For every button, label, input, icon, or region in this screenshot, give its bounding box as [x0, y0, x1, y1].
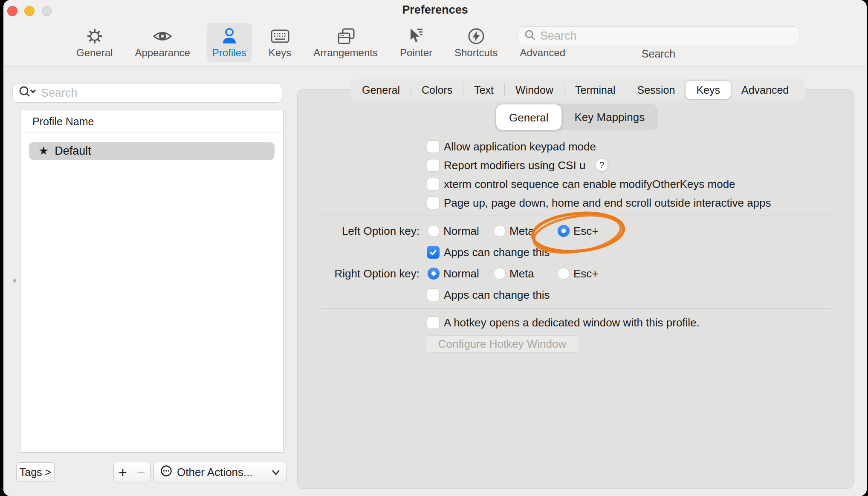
tab-window[interactable]: Window [505, 81, 564, 99]
preferences-toolbar: General Appearance Profiles Keys Arrange… [71, 23, 571, 62]
tab-text[interactable]: Text [463, 81, 504, 99]
profile-section-tabs: General Colors Text Window Terminal Sess… [350, 79, 805, 101]
section-divider [321, 216, 831, 216]
toolbar-item-label: General [76, 47, 113, 59]
help-icon[interactable]: ? [595, 159, 608, 172]
toolbar-item-label: Arrangements [313, 47, 378, 59]
row-left-apps-can-change: Apps can change this [321, 245, 833, 260]
toolbar-search: Search [518, 26, 799, 60]
tab-general[interactable]: General [351, 81, 411, 99]
ellipsis-circle-icon [160, 464, 173, 480]
toolbar-item-label: Profiles [212, 47, 246, 59]
radio-right-esc[interactable] [558, 268, 570, 280]
tab-colors[interactable]: Colors [411, 81, 463, 99]
toolbar-item-appearance[interactable]: Appearance [129, 23, 195, 62]
profile-row-default[interactable]: ★ Default [29, 142, 275, 160]
search-icon [524, 29, 536, 43]
search-input[interactable] [540, 29, 793, 43]
row-csi-u: Report modifiers using CSI u ? [321, 158, 833, 173]
checkbox-scroll-outside[interactable] [427, 196, 440, 209]
profile-search-input[interactable] [41, 87, 277, 100]
tab-keys[interactable]: Keys [686, 81, 731, 99]
keyboard-icon [269, 26, 291, 46]
toolbar-item-arrangements[interactable]: Arrangements [308, 23, 383, 62]
row-right-option-key: Right Option key: Normal Meta Esc+ [321, 266, 833, 281]
toolbar-item-profiles[interactable]: Profiles [207, 23, 252, 62]
checkbox-modify-other-keys[interactable] [427, 178, 440, 190]
radio-left-normal[interactable] [428, 225, 440, 237]
other-actions-dropdown[interactable]: Other Actions... [153, 462, 287, 482]
toolbar-item-label: Keys [269, 47, 291, 59]
windows-icon [335, 26, 356, 46]
toolbar-item-keys[interactable]: Keys [263, 23, 297, 62]
toolbar-item-pointer[interactable]: Pointer [394, 23, 438, 62]
right-option-label: Right Option key: [321, 266, 420, 281]
radio-label: Normal [443, 266, 479, 281]
checkbox-label: xterm control sequence can enable modify… [444, 176, 735, 192]
person-icon [220, 26, 239, 46]
row-keypad-mode: Allow application keypad mode [321, 139, 833, 154]
section-divider [321, 308, 831, 309]
row-right-apps-can-change: Apps can change this [321, 287, 833, 303]
chevron-down-icon [271, 466, 281, 479]
eye-icon [152, 26, 173, 46]
radio-label: Meta [509, 223, 534, 239]
checkbox-csi-u[interactable] [427, 159, 440, 172]
search-menu-icon[interactable] [18, 85, 38, 101]
checkbox-left-apps-can-change[interactable] [427, 246, 440, 259]
profile-list-header: Profile Name [20, 110, 283, 133]
tags-button[interactable]: Tags > [16, 462, 55, 482]
preferences-window: Preferences General Appearance Profiles … [3, 0, 867, 496]
radio-label: Esc+ [573, 266, 599, 281]
toolbar-item-label: Shortcuts [454, 47, 498, 59]
search-label: Search [518, 48, 799, 60]
profile-name: Default [55, 144, 91, 158]
splitter-handle-dot[interactable] [13, 279, 16, 283]
checkbox-label: Apps can change this [444, 245, 550, 260]
star-icon: ★ [38, 145, 49, 157]
checkbox-label: Page up, page down, home and end scroll … [444, 195, 771, 211]
other-actions-label: Other Actions... [177, 466, 253, 479]
window-title: Preferences [3, 3, 867, 17]
toolbar-divider [3, 66, 867, 67]
checkbox-label: Allow application keypad mode [444, 139, 596, 154]
checkbox-keypad-mode[interactable] [427, 140, 440, 153]
profile-search-field [12, 83, 282, 103]
radio-label: Normal [443, 223, 479, 239]
tab-terminal[interactable]: Terminal [564, 81, 626, 99]
configure-hotkey-window-button: Configure Hotkey Window [425, 335, 579, 353]
toolbar-item-label: Appearance [135, 47, 190, 59]
radio-right-meta[interactable] [494, 268, 506, 280]
row-hotkey-window: A hotkey opens a dedicated window with t… [321, 315, 833, 330]
checkbox-label: A hotkey opens a dedicated window with t… [444, 315, 700, 330]
tab-advanced[interactable]: Advanced [731, 81, 799, 99]
toolbar-item-label: Pointer [400, 47, 432, 59]
add-profile-button[interactable]: + [113, 462, 132, 482]
radio-right-normal[interactable] [428, 268, 440, 280]
left-option-label: Left Option key: [321, 223, 420, 239]
bolt-icon [466, 26, 486, 46]
gear-icon [85, 26, 104, 46]
profile-list-panel: Profile Name ★ Default [20, 110, 284, 453]
radio-left-meta[interactable] [494, 225, 506, 237]
toolbar-item-general[interactable]: General [71, 23, 118, 62]
subtab-general[interactable]: General [496, 104, 562, 130]
radio-label: Meta [509, 266, 534, 281]
row-left-option-key: Left Option key: Normal Meta Esc+ [321, 223, 833, 239]
checkbox-right-apps-can-change[interactable] [427, 288, 440, 301]
checkbox-hotkey-window[interactable] [427, 316, 440, 329]
tab-session[interactable]: Session [626, 81, 686, 99]
row-scroll-outside: Page up, page down, home and end scroll … [321, 195, 833, 211]
checkbox-label: Report modifiers using CSI u [444, 158, 585, 173]
keys-subtabs: General Key Mappings [496, 104, 658, 130]
radio-label: Esc+ [573, 223, 599, 239]
toolbar-item-shortcuts[interactable]: Shortcuts [449, 23, 503, 62]
checkbox-label: Apps can change this [444, 287, 550, 303]
remove-profile-button: − [132, 462, 150, 482]
row-modify-other-keys: xterm control sequence can enable modify… [321, 176, 833, 192]
subtab-key-mappings[interactable]: Key Mappings [562, 104, 658, 130]
radio-left-esc[interactable] [558, 225, 570, 237]
cursor-icon [406, 26, 426, 46]
